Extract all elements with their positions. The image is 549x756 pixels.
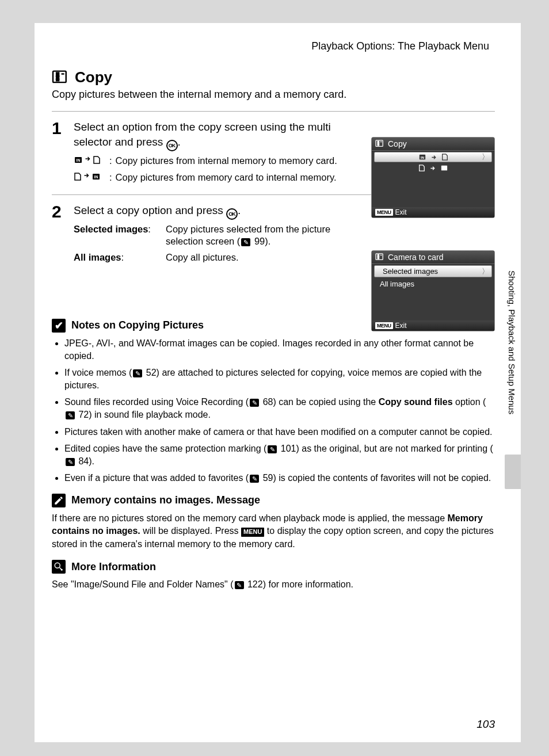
note-bullet: Sound files recorded using Voice Recordi…	[64, 396, 495, 421]
breadcrumb: Playback Options: The Playback Menu	[52, 40, 495, 52]
option-desc: Copy all pictures.	[166, 251, 361, 264]
option-label: Selected images	[74, 224, 148, 234]
ref-icon: ✎	[66, 458, 75, 466]
svg-point-7	[61, 569, 63, 571]
check-icon: ✔	[52, 319, 66, 333]
note-bullet: Edited copies have the same protection m…	[64, 442, 495, 467]
internal-to-card-icon	[74, 155, 109, 167]
note-bullet: If voice memos (✎ 52) are attached to pi…	[64, 366, 495, 391]
menu-badge-icon: MENU	[375, 209, 393, 216]
notes-heading: Notes on Copying Pictures	[71, 319, 204, 331]
intro-text: Copy pictures between the internal memor…	[52, 89, 495, 101]
ref-icon: ✎	[250, 399, 259, 407]
ok-icon: OK	[166, 140, 178, 151]
copy-icon	[375, 253, 384, 261]
ref-icon: ✎	[133, 369, 142, 377]
ref-icon: ✎	[250, 475, 259, 483]
sub-desc: Copy pictures from internal memory to me…	[116, 155, 344, 167]
menu-badge-icon: MENU	[375, 322, 393, 329]
menu-item-internal-to-card[interactable]: 〉	[374, 152, 492, 162]
page-number: 103	[476, 718, 495, 731]
ref-icon: ✎	[241, 238, 250, 246]
note-paragraph: If there are no pictures stored on the m…	[52, 512, 495, 551]
chevron-right-icon: 〉	[482, 152, 489, 162]
step-title: Select a copy option and press OK.	[74, 203, 361, 220]
ok-icon: OK	[226, 208, 238, 220]
option-label: All images	[74, 252, 121, 262]
card-to-internal-icon	[74, 171, 109, 184]
notes-heading: Memory contains no images. Message	[71, 494, 260, 506]
sub-desc: Copy pictures from memory card to intern…	[116, 171, 344, 184]
side-tab-indicator	[505, 455, 521, 489]
note-bullet: Even if a picture that was added to favo…	[64, 472, 495, 484]
svg-point-5	[55, 563, 60, 568]
info-icon	[52, 560, 66, 574]
ref-icon: ✎	[66, 411, 75, 419]
ref-icon: ✎	[268, 445, 277, 453]
screenshot-copy-menu: Copy 〉 MENU Exit	[371, 137, 495, 218]
note-bullet: JPEG-, AVI-, and WAV-format images can b…	[64, 337, 495, 362]
step-number: 1	[52, 120, 74, 137]
copy-icon	[375, 140, 384, 148]
note-bullet: Pictures taken with another make of came…	[64, 426, 495, 438]
step-title: Select an option from the copy screen us…	[74, 120, 344, 151]
menu-item-all-images[interactable]: All images	[372, 278, 494, 289]
copy-title-icon	[52, 70, 70, 85]
side-section-label: Shooting, Playback and Setup Menus	[505, 265, 519, 455]
chevron-right-icon: 〉	[482, 266, 489, 277]
notes-heading: More Information	[71, 561, 156, 573]
menu-item-selected-images[interactable]: Selected images 〉	[374, 265, 492, 277]
menu-label-icon: MENU	[241, 528, 264, 536]
option-desc: Copy pictures selected from the picture …	[166, 223, 361, 248]
step-number: 2	[52, 203, 74, 220]
screenshot-camera-to-card: Camera to card Selected images 〉 All ima…	[371, 250, 495, 331]
pencil-icon	[52, 494, 66, 507]
menu-item-card-to-internal[interactable]	[372, 163, 494, 173]
ref-icon: ✎	[235, 581, 244, 589]
page-title: Copy	[75, 68, 112, 86]
note-paragraph: See "Image/Sound File and Folder Names" …	[52, 578, 495, 591]
